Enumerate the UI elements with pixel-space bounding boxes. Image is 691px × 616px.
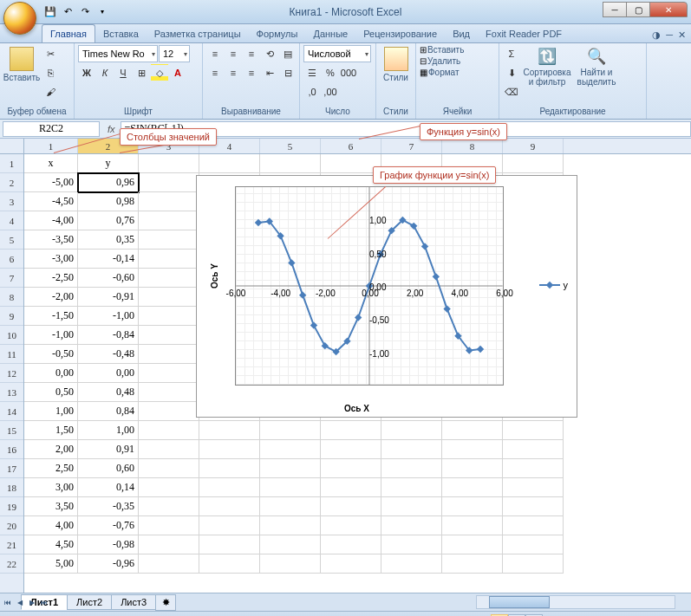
row-header[interactable]: 6: [0, 250, 23, 269]
cell[interactable]: 5,00: [24, 554, 78, 574]
cell[interactable]: [139, 211, 199, 230]
cell[interactable]: 3,00: [24, 478, 78, 497]
maximize-button[interactable]: ▢: [626, 2, 650, 17]
cell[interactable]: -0,35: [78, 497, 139, 516]
cell[interactable]: [199, 535, 260, 554]
cell[interactable]: 0,14: [78, 478, 139, 497]
comma-button[interactable]: 000: [340, 64, 357, 81]
row-header[interactable]: 18: [0, 478, 23, 497]
styles-button[interactable]: Стили: [380, 45, 412, 84]
format-cells-icon[interactable]: ▦: [420, 68, 427, 77]
minimize-button[interactable]: ─: [603, 2, 627, 17]
cell[interactable]: [381, 497, 442, 516]
cell[interactable]: [139, 192, 199, 211]
column-header[interactable]: 5: [260, 139, 321, 153]
tab-home[interactable]: Главная: [42, 24, 95, 42]
tab-review[interactable]: Рецензирование: [355, 25, 445, 42]
cell[interactable]: [503, 554, 564, 574]
cell[interactable]: [139, 554, 199, 574]
cell[interactable]: [139, 535, 199, 554]
column-header[interactable]: 8: [442, 139, 503, 153]
row-header[interactable]: 14: [0, 402, 23, 421]
font-color-button[interactable]: А: [169, 64, 186, 81]
border-button[interactable]: ⊞: [133, 64, 150, 81]
column-header[interactable]: 9: [503, 139, 564, 153]
cell[interactable]: [199, 154, 260, 173]
cell[interactable]: 0,50: [24, 383, 78, 402]
sheet-tab-3[interactable]: Лист3: [111, 594, 156, 610]
cell[interactable]: -2,50: [24, 269, 78, 288]
cell[interactable]: 0,96: [78, 173, 139, 192]
align-left-button[interactable]: ≡: [206, 64, 224, 81]
font-size-combo[interactable]: 12: [159, 45, 190, 62]
delete-cells-label[interactable]: Удалить: [427, 56, 460, 66]
cell[interactable]: -4,00: [24, 211, 78, 230]
cell[interactable]: 0,35: [78, 230, 139, 250]
increase-decimal-button[interactable]: ,0: [303, 83, 321, 101]
cell[interactable]: [442, 554, 503, 574]
office-button[interactable]: [3, 2, 36, 35]
cell[interactable]: [139, 345, 199, 364]
cell[interactable]: -0,98: [78, 535, 139, 554]
clear-button[interactable]: ⌫: [503, 83, 520, 101]
tab-nav-next[interactable]: ▶: [26, 595, 38, 609]
ribbon-minimize-icon[interactable]: ─: [666, 29, 673, 41]
align-right-button[interactable]: ≡: [243, 64, 260, 81]
cell[interactable]: x: [24, 154, 78, 173]
cell[interactable]: [442, 478, 503, 497]
cell[interactable]: [381, 459, 442, 478]
underline-button[interactable]: Ч: [114, 64, 132, 81]
column-header[interactable]: 1: [24, 139, 78, 153]
number-format-combo[interactable]: Числовой: [303, 45, 371, 62]
cell[interactable]: 0,48: [78, 383, 139, 402]
cell[interactable]: [321, 516, 381, 535]
cell[interactable]: [139, 516, 199, 535]
cell[interactable]: [503, 459, 564, 478]
cell[interactable]: [199, 497, 260, 516]
select-all-corner[interactable]: [0, 139, 23, 154]
row-header[interactable]: 20: [0, 516, 23, 535]
cell[interactable]: [503, 516, 564, 535]
cell[interactable]: [260, 421, 321, 440]
row-header[interactable]: 13: [0, 383, 23, 402]
cell[interactable]: [199, 478, 260, 497]
paste-button[interactable]: Вставить: [3, 45, 40, 84]
fill-color-button[interactable]: ◇: [151, 64, 168, 81]
align-top-button[interactable]: ≡: [206, 45, 224, 62]
cell[interactable]: 0,00: [78, 364, 139, 383]
cell[interactable]: [139, 307, 199, 326]
cell[interactable]: [321, 421, 381, 440]
close-button[interactable]: ✕: [649, 2, 688, 17]
cell[interactable]: [139, 402, 199, 421]
undo-icon[interactable]: ↶: [61, 5, 75, 19]
cell[interactable]: [503, 497, 564, 516]
bold-button[interactable]: Ж: [78, 64, 95, 81]
cell[interactable]: -5,00: [24, 173, 78, 192]
autosum-button[interactable]: Σ: [503, 45, 520, 62]
cell[interactable]: [139, 173, 199, 192]
cell[interactable]: 0,60: [78, 459, 139, 478]
cell[interactable]: [321, 554, 381, 574]
cell[interactable]: [321, 478, 381, 497]
cell[interactable]: -0,14: [78, 250, 139, 269]
cell[interactable]: [442, 516, 503, 535]
cell[interactable]: [139, 364, 199, 383]
cell[interactable]: -1,00: [24, 326, 78, 345]
row-header[interactable]: 15: [0, 421, 23, 440]
row-header[interactable]: 1: [0, 154, 23, 173]
row-header[interactable]: 12: [0, 364, 23, 383]
cell[interactable]: [199, 421, 260, 440]
decrease-indent-button[interactable]: ⇤: [261, 64, 278, 81]
cell[interactable]: [139, 459, 199, 478]
cell[interactable]: [381, 421, 442, 440]
cell[interactable]: 2,00: [24, 440, 78, 459]
insert-cells-icon[interactable]: ⊞: [420, 45, 427, 55]
cell[interactable]: [139, 154, 199, 173]
cell[interactable]: -3,50: [24, 230, 78, 250]
row-header[interactable]: 10: [0, 326, 23, 345]
tab-insert[interactable]: Вставка: [95, 25, 147, 42]
cell[interactable]: [381, 554, 442, 574]
sort-filter-button[interactable]: 🔃 Сортировка и фильтр: [522, 45, 572, 88]
new-sheet-button[interactable]: ✸: [155, 594, 176, 611]
tab-nav-first[interactable]: ⏮: [2, 595, 14, 609]
